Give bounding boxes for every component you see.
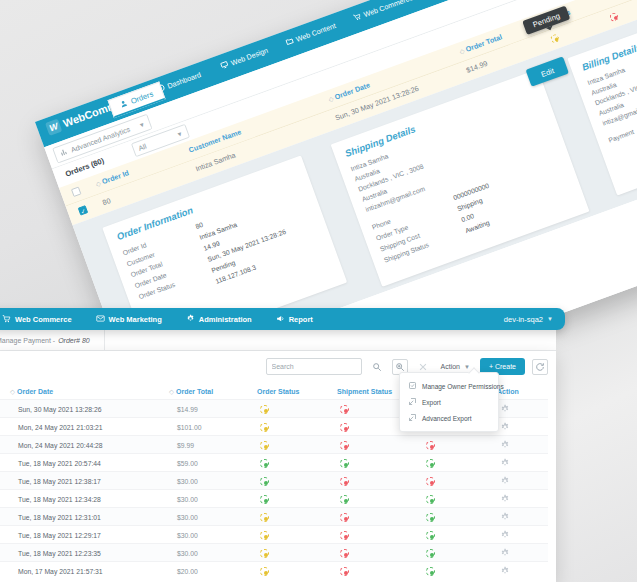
cell-order-status [256,508,336,526]
menu-item-export[interactable]: Export [400,394,498,410]
breadcrumb-row: Manage Payment - Order# 80 [0,330,556,351]
shipment-status-icon-red [340,441,349,450]
composition: W WebCommander | DashboardWeb DesignWeb … [0,0,637,582]
refresh-icon[interactable] [532,359,548,375]
column-label: Shipment Status [337,388,392,395]
tab-orders-label: Orders [129,89,154,105]
nav-item-web-commerce[interactable]: Web Commerce [2,314,72,325]
settings-gear-icon[interactable] [496,404,556,414]
menu-item-manage-owner-permissions[interactable]: Manage Owner Permissions [400,378,498,394]
order-status-icon-yellow [260,531,269,540]
cell-order-total: $30.00 [177,496,256,503]
nav-item-label: Web Marketing [109,315,162,324]
settings-gear-icon[interactable] [496,530,556,540]
cell-order-status [256,526,336,544]
payment-status-icon-green [426,513,435,522]
search-icon[interactable] [369,359,385,375]
cell-order-total: $9.99 [177,442,256,449]
cell-shipment-status [336,454,422,472]
cell-order-status [256,562,336,580]
shipment-status-icon-green [340,495,349,504]
breadcrumb-prefix: Manage Payment - [0,337,55,344]
table-row: Tue, 18 May 2021 12:23:35$30.00 [0,543,548,561]
cell-shipment-status [336,562,422,580]
cell-order-date: Mon, 24 May 2021 20:44:28 [18,442,177,449]
shipment-status-icon-red [340,567,349,576]
settings-gear-icon[interactable] [496,422,556,432]
cell-order-total: $30.00 [177,514,256,521]
export-icon [408,413,417,423]
table-row: Mon, 24 May 2021 20:44:28$9.99 [0,435,548,453]
payment-status-icon-red [426,477,435,486]
cell-shipment-status [336,490,422,508]
payment-status-icon-red [426,441,435,450]
cell-order-status [256,400,336,418]
order-status-icon-yellow [550,33,560,43]
nav-item-label: Administration [199,315,252,324]
settings-gear-icon[interactable] [496,512,556,522]
shipment-status-icon-red [340,513,349,522]
order-status-icon-yellow [260,423,269,432]
select-all-checkbox[interactable] [71,187,81,197]
person-icon [118,98,129,110]
col-order-date[interactable]: ◇Order Date [10,388,169,396]
sort-icon: ◇ [169,388,174,395]
table-row: Tue, 18 May 2021 12:31:01$30.00 [0,507,548,525]
order-status-icon-yellow [260,549,269,558]
user-menu[interactable]: dev-in-sqa2 ▼ [504,315,553,324]
payment-status-icon-green [426,549,435,558]
order-status-icon-green [260,459,269,468]
nav-item-web-marketing[interactable]: Web Marketing [96,314,162,325]
action-dropdown-button[interactable]: Action ▼ [438,363,473,370]
col-order-total[interactable]: ◇Order Total [169,388,248,396]
settings-gear-icon[interactable] [496,458,556,468]
column-label: Order Total [176,388,213,395]
order-status-icon-yellow [260,567,269,576]
username: dev-in-sqa2 [504,315,543,324]
order-status-icon-yellow [260,405,269,414]
cell-order-total: $30.00 [177,550,256,557]
megaphone-icon [276,314,285,325]
settings-gear-icon[interactable] [496,440,556,450]
chevron-down-icon: ▼ [138,120,146,128]
nav-item-label: Web Commerce [15,315,72,324]
menu-item-label: Manage Owner Permissions [422,383,504,390]
cell-order-status [256,418,336,436]
menu-item-advanced-export[interactable]: Advanced Export [400,410,498,426]
cell-order-date: Tue, 18 May 2021 12:31:01 [18,514,177,521]
row-checkbox-checked[interactable]: ✓ [78,205,88,215]
payment-status-icon-green [426,495,435,504]
breadcrumb: Manage Payment - Order# 80 [0,330,105,351]
order-status-icon-green [260,477,269,486]
cart-icon [2,314,11,325]
cell-payment-status [422,472,496,490]
settings-gear-icon[interactable] [496,566,556,576]
nav-item-administration[interactable]: Administration [186,314,252,325]
table-row: Tue, 18 May 2021 12:34:28$30.00 [0,489,548,507]
cell-order-status [256,454,336,472]
nav-item-report[interactable]: Report [276,314,313,325]
shipment-status-icon-red [340,423,349,432]
cell-order-total: $14.99 [177,406,256,413]
chevron-down-icon: ▼ [547,316,553,322]
shipment-status-icon-red [340,405,349,414]
cell-payment-status [422,436,496,454]
settings-gear-icon[interactable] [496,476,556,486]
chevron-down-icon: ▼ [464,364,470,370]
cell-order-date: Tue, 18 May 2021 20:57:44 [18,460,177,467]
action-label: Action [441,363,460,370]
settings-gear-icon[interactable] [496,494,556,504]
manage-payment-screenshot: Web CommerceWeb MarketingAdministrationR… [0,308,565,582]
cell-order-date: Mon, 24 May 2021 21:03:21 [18,424,177,431]
settings-gear-icon[interactable] [496,548,556,558]
search-input[interactable] [266,358,362,375]
order-status-icon-green [260,495,269,504]
cell-order-status [256,490,336,508]
order-status-icon-yellow [260,441,269,450]
permissions-icon [408,381,417,391]
cell-order-total: $30.00 [177,532,256,539]
column-label: Order Date [17,388,53,395]
shipment-status-icon-red [340,477,349,486]
content-panel: Action ▼ + Create ◇Order Date◇Order Tota… [0,351,556,582]
action-dropdown-menu: Manage Owner PermissionsExportAdvanced E… [399,372,499,432]
